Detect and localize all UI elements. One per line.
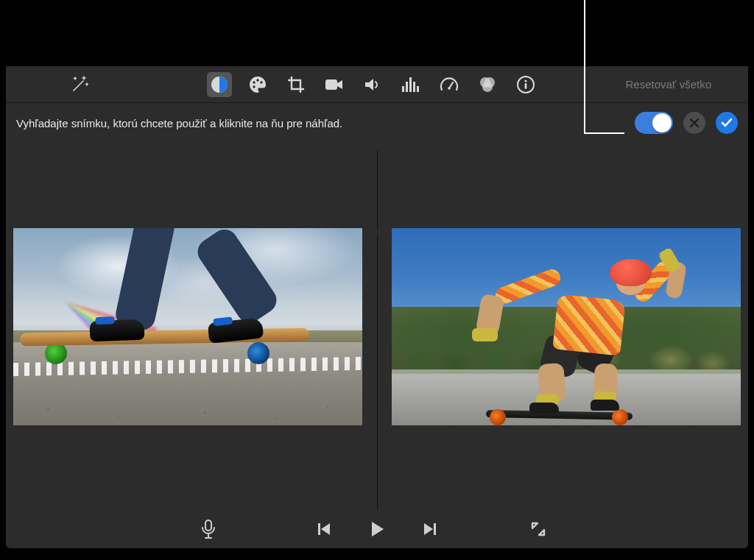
info-icon <box>516 75 535 94</box>
svg-point-16 <box>524 79 526 82</box>
skip-forward-icon <box>422 521 438 537</box>
speed-tab[interactable] <box>437 72 462 97</box>
svg-point-14 <box>482 82 493 92</box>
inspector-tabs <box>207 72 538 97</box>
svg-point-11 <box>448 87 451 90</box>
info-tab[interactable] <box>513 72 538 97</box>
palette-icon <box>248 75 267 94</box>
svg-rect-18 <box>205 520 211 531</box>
inspector-toolbar: Resetovať všetko <box>6 66 748 103</box>
preview-area <box>6 143 748 510</box>
svg-rect-10 <box>417 86 419 92</box>
preview-divider <box>376 150 378 510</box>
microphone-icon <box>200 519 216 539</box>
video-camera-icon <box>324 77 345 93</box>
source-frame-preview[interactable] <box>13 228 362 425</box>
reset-all-button[interactable]: Resetovať všetko <box>625 78 711 91</box>
cancel-button[interactable] <box>683 112 705 134</box>
filters-tab[interactable] <box>475 72 500 97</box>
toggle-knob <box>652 113 672 132</box>
play-button[interactable] <box>366 518 388 540</box>
speedometer-icon <box>440 75 459 94</box>
svg-rect-8 <box>409 77 412 92</box>
color-balance-tab[interactable] <box>207 72 232 97</box>
magic-wand-button[interactable] <box>65 72 94 97</box>
svg-rect-20 <box>434 523 436 535</box>
equalizer-icon <box>401 76 421 93</box>
svg-rect-19 <box>318 523 320 535</box>
color-correction-tab[interactable] <box>245 72 270 97</box>
svg-rect-5 <box>325 79 337 90</box>
svg-point-2 <box>256 79 258 81</box>
noise-reduction-tab[interactable] <box>398 72 423 97</box>
fullscreen-button[interactable] <box>527 518 549 540</box>
overlap-circles-icon <box>477 75 498 94</box>
color-match-toggle[interactable] <box>635 112 673 134</box>
svg-rect-7 <box>406 82 408 92</box>
target-frame-preview[interactable] <box>392 228 741 425</box>
callout-line-horizontal <box>584 132 624 134</box>
speaker-icon <box>363 75 382 94</box>
next-button[interactable] <box>419 518 441 540</box>
svg-rect-9 <box>413 82 415 92</box>
play-icon <box>367 520 387 539</box>
magic-wand-icon <box>69 74 90 95</box>
previous-button[interactable] <box>313 518 335 540</box>
transport-controls <box>313 518 441 540</box>
volume-tab[interactable] <box>360 72 385 97</box>
svg-rect-17 <box>525 83 527 89</box>
hint-controls <box>635 112 738 134</box>
check-icon <box>720 116 733 130</box>
svg-point-4 <box>253 85 255 88</box>
confirm-button[interactable] <box>716 112 738 134</box>
color-balance-icon <box>210 75 229 94</box>
app-window: Resetovať všetko Vyhľadajte snímku, ktor… <box>6 66 748 548</box>
svg-point-3 <box>260 81 262 83</box>
voiceover-button[interactable] <box>197 518 219 540</box>
expand-icon <box>529 520 547 538</box>
stabilization-tab[interactable] <box>322 72 347 97</box>
callout-line-vertical <box>584 0 585 132</box>
skip-back-icon <box>316 521 332 537</box>
svg-point-1 <box>253 81 255 83</box>
svg-rect-6 <box>402 86 404 92</box>
hint-text: Vyhľadajte snímku, ktorú chcete použiť a… <box>16 117 635 130</box>
close-icon <box>688 117 700 129</box>
crop-tab[interactable] <box>283 72 309 97</box>
crop-icon <box>286 75 306 94</box>
hint-row: Vyhľadajte snímku, ktorú chcete použiť a… <box>6 103 748 143</box>
playback-bar <box>6 510 748 548</box>
